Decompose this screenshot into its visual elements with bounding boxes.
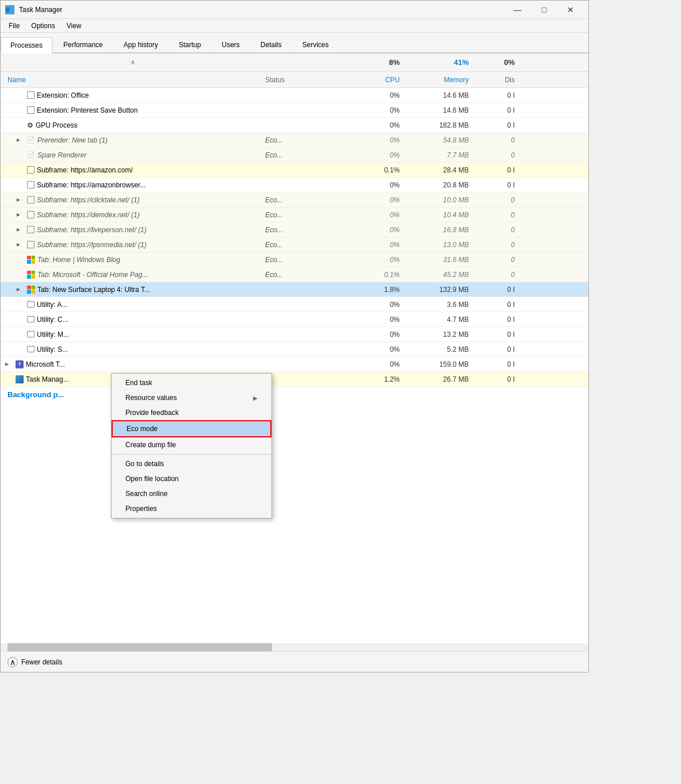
svg-rect-0 — [6, 7, 9, 12]
close-button[interactable]: ✕ — [557, 1, 584, 19]
context-menu-item-resource-values[interactable]: Resource values ▶ — [112, 390, 271, 405]
process-icon — [27, 196, 35, 203]
tab-processes[interactable]: Processes — [1, 37, 52, 53]
tab-startup[interactable]: Startup — [169, 36, 211, 52]
tab-details[interactable]: Details — [251, 36, 292, 52]
table-row[interactable]: ▶ Subframe: https://liveperson.net/ (1) … — [1, 222, 588, 237]
svg-rect-1 — [10, 6, 14, 9]
process-icon — [27, 226, 35, 233]
tab-performance[interactable]: Performance — [53, 36, 113, 52]
table-row[interactable]: Tab: Home | Windows Blog Eco... 0% 31.6 … — [1, 252, 588, 267]
menu-file[interactable]: File — [3, 21, 25, 31]
windows-icon — [27, 256, 35, 264]
gear-icon: ⚙ — [27, 121, 33, 129]
bottom-bar: ∧ Fewer details — [1, 651, 588, 672]
table-row[interactable]: ⚙ GPU Process 0% 182.8 MB 0 I — [1, 118, 588, 133]
tab-app-history[interactable]: App history — [114, 36, 168, 52]
table-row[interactable]: Task Manag... 1.2% 26.7 MB 0 I — [1, 372, 588, 387]
minimize-button[interactable]: — — [504, 1, 531, 19]
table-row[interactable]: Extension: Office 0% 14.6 MB 0 I — [1, 88, 588, 103]
context-menu-item-properties[interactable]: Properties — [112, 501, 271, 516]
context-menu: End task Resource values ▶ Provide feedb… — [111, 373, 272, 518]
column-headers: Name Status CPU Memory Dis — [1, 72, 588, 88]
collapse-chevron-icon[interactable]: ∧ — [131, 59, 135, 66]
dis-usage-pct: 0% — [478, 58, 524, 67]
submenu-arrow-icon: ▶ — [253, 395, 258, 401]
process-icon — [27, 181, 35, 189]
col-header-disk[interactable]: Dis — [478, 76, 524, 84]
maximize-button[interactable]: □ — [531, 1, 557, 19]
table-row[interactable]: Subframe: https://amazonbrowser... 0% 20… — [1, 178, 588, 193]
background-processes-section[interactable]: Background p... — [1, 387, 588, 401]
horizontal-scrollbar-thumb[interactable] — [7, 643, 272, 651]
context-menu-separator — [112, 454, 271, 455]
mem-usage-pct: 41% — [409, 58, 478, 67]
window-title: Task Manager — [19, 6, 504, 14]
content-area: ∧ 8% 41% 0% Name Status CPU Memory Dis E… — [1, 53, 588, 651]
context-menu-item-search-online[interactable]: Search online — [112, 486, 271, 501]
utility-icon — [27, 346, 35, 352]
col-header-memory[interactable]: Memory — [409, 76, 478, 84]
page-icon: 📄 — [27, 151, 35, 159]
fewer-details-button[interactable]: ∧ Fewer details — [7, 657, 62, 667]
col-header-name[interactable]: Name — [1, 76, 265, 84]
context-menu-item-open-file-location[interactable]: Open file location — [112, 471, 271, 486]
tab-users[interactable]: Users — [212, 36, 249, 52]
window-controls: — □ ✕ — [504, 1, 584, 19]
svg-rect-2 — [10, 10, 14, 13]
process-icon — [27, 241, 35, 248]
table-row[interactable]: ▶ Tab: New Surface Laptop 4: Ultra T... … — [1, 282, 588, 297]
table-row[interactable]: 📄 Spare Renderer Eco... 0% 7.7 MB 0 — [1, 148, 588, 163]
menu-options[interactable]: Options — [25, 21, 60, 31]
utility-icon — [27, 301, 35, 308]
windows-icon — [27, 271, 35, 279]
title-bar: Task Manager — □ ✕ — [1, 1, 588, 19]
col-header-status[interactable]: Status — [265, 76, 340, 84]
table-row[interactable]: Tab: Microsoft - Official Home Pag... Ec… — [1, 267, 588, 282]
teams-icon: T — [16, 360, 24, 368]
table-row[interactable]: ▶ Subframe: https://demdex.net/ (1) Eco.… — [1, 207, 588, 222]
context-menu-item-provide-feedback[interactable]: Provide feedback — [112, 405, 271, 420]
context-menu-item-create-dump[interactable]: Create dump file — [112, 437, 271, 452]
context-menu-item-eco-mode[interactable]: Eco mode — [112, 420, 271, 437]
col-header-cpu[interactable]: CPU — [340, 76, 409, 84]
table-row[interactable]: ▶ 📄 Prerender: New tab (1) Eco... 0% 54.… — [1, 133, 588, 148]
sort-row: ∧ 8% 41% 0% — [1, 53, 588, 72]
chevron-up-icon: ∧ — [7, 657, 18, 667]
tab-services[interactable]: Services — [293, 36, 339, 52]
cpu-usage-pct: 8% — [340, 58, 409, 67]
horizontal-scrollbar[interactable] — [1, 643, 588, 651]
process-icon — [27, 211, 35, 218]
windows-icon — [27, 286, 35, 294]
process-icon — [27, 166, 35, 174]
table-row[interactable]: Utility: S... 0% 5.2 MB 0 I — [1, 342, 588, 357]
table-row[interactable]: Subframe: https://amazon.com/ 0.1% 28.4 … — [1, 163, 588, 178]
table-row[interactable]: Extension: Pinterest Save Button 0% 14.6… — [1, 103, 588, 118]
context-menu-item-end-task[interactable]: End task — [112, 375, 271, 390]
process-icon — [27, 91, 35, 99]
utility-icon — [27, 316, 35, 322]
table-row[interactable]: ▶ T Microsoft T... 0% 159.0 MB 0 I — [1, 357, 588, 372]
table-row[interactable]: Utility: A... 0% 3.6 MB 0 I — [1, 297, 588, 312]
process-icon — [27, 106, 35, 114]
taskmgr-icon — [16, 375, 24, 383]
table-row[interactable]: Utility: M... 0% 13.2 MB 0 I — [1, 327, 588, 342]
menu-view[interactable]: View — [61, 21, 87, 31]
table-row[interactable]: ▶ Subframe: https://lpsnmedia.net/ (1) E… — [1, 237, 588, 252]
tab-bar: Processes Performance App history Startu… — [1, 33, 588, 53]
table-row[interactable]: Utility: C... 0% 4.7 MB 0 I — [1, 312, 588, 327]
menu-bar: File Options View — [1, 19, 588, 33]
process-list: Extension: Office 0% 14.6 MB 0 I Extensi… — [1, 88, 588, 643]
table-row[interactable]: ▶ Subframe: https://clicktale.net/ (1) E… — [1, 193, 588, 207]
context-menu-item-go-to-details[interactable]: Go to details — [112, 456, 271, 471]
app-icon — [5, 5, 14, 14]
utility-icon — [27, 331, 35, 337]
page-icon: 📄 — [27, 136, 35, 144]
task-manager-window: Task Manager — □ ✕ File Options View Pro… — [0, 0, 589, 672]
